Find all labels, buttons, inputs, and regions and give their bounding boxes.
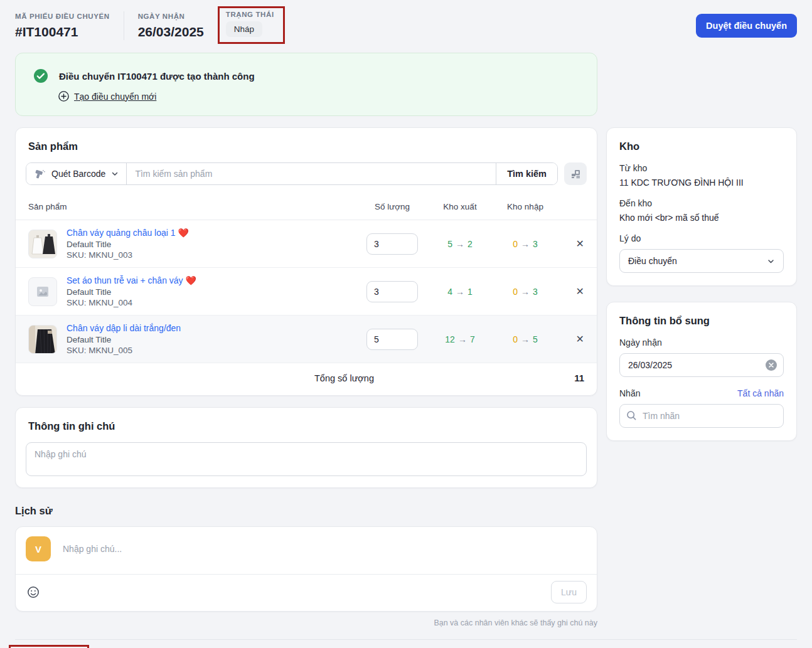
- to-warehouse-value: Kho mới <br> mã số thuế: [619, 213, 784, 223]
- status-badge: Nháp: [226, 21, 262, 37]
- search-button[interactable]: Tìm kiếm: [496, 163, 557, 184]
- barcode-scanner-icon: [34, 168, 46, 180]
- quantity-input[interactable]: [366, 329, 418, 350]
- remove-cell: ✕: [558, 236, 584, 251]
- product-row: Set áo thun trễ vai + chân váy ❤️ Defaul…: [16, 268, 597, 316]
- product-name-link[interactable]: Chân váy dập li dài trắng/đen: [67, 323, 181, 333]
- out-stock-cell: 5→2: [427, 239, 493, 249]
- product-info: Set áo thun trễ vai + chân váy ❤️ Defaul…: [67, 275, 196, 307]
- product-variant: Default Title: [67, 335, 181, 344]
- status-label: TRẠNG THÁI: [226, 11, 274, 18]
- arrow-right-icon: →: [452, 239, 467, 249]
- product-name-link[interactable]: Set áo thun trễ vai + chân váy ❤️: [67, 275, 196, 285]
- approve-transfer-button[interactable]: Duyệt điều chuyển: [696, 14, 797, 38]
- divider: [124, 11, 124, 40]
- tags-label-row: Nhãn Tất cả nhãn: [619, 388, 784, 398]
- receive-date-value: 26/03/2025: [138, 24, 204, 40]
- tags-search-input[interactable]: [619, 404, 784, 428]
- product-search-input[interactable]: [127, 163, 496, 184]
- history-note-input[interactable]: [61, 543, 587, 555]
- warehouse-card: Kho Từ kho 11 KDC TRƯƠNG ĐÌNH HỘI III Đế…: [606, 127, 797, 286]
- success-banner: Điều chuyển IT100471 được tạo thành công…: [15, 53, 597, 116]
- arrow-right-icon: →: [452, 287, 467, 297]
- products-table-header: Sản phẩm Số lượng Kho xuất Kho nhập: [16, 194, 597, 220]
- arrow-right-icon: →: [455, 334, 470, 344]
- save-note-button[interactable]: Lưu: [551, 581, 587, 603]
- warehouse-title: Kho: [619, 141, 784, 152]
- page-header: MÃ PHIẾU ĐIỀU CHUYỂN #IT100471 NGÀY NHẬN…: [0, 0, 812, 48]
- quantity-cell: [357, 329, 427, 350]
- in-to-value: 3: [533, 287, 538, 297]
- product-variant: Default Title: [67, 287, 196, 297]
- column-product: Sản phẩm: [28, 202, 357, 211]
- heart-icon: ❤️: [178, 228, 188, 238]
- product-info: Chân váy dập li dài trắng/đen Default Ti…: [67, 323, 181, 355]
- in-from-value: 0: [513, 287, 518, 297]
- banner-link-row: Tạo điều chuyển mới: [58, 91, 579, 102]
- receive-date: NGÀY NHẬN 26/03/2025: [138, 9, 218, 44]
- product-search-row: Quét Barcode Tìm kiếm: [16, 152, 597, 191]
- product-catalog-icon-button[interactable]: [564, 162, 587, 185]
- quantity-input[interactable]: [366, 281, 418, 302]
- product-info: Chân váy quảng châu loại 1 ❤️ Default Ti…: [67, 228, 189, 260]
- chevron-down-icon: [767, 257, 775, 265]
- notes-title: Thông tin ghi chú: [16, 408, 597, 432]
- banner-title: Điều chuyển IT100471 được tạo thành công: [59, 71, 255, 82]
- heart-icon: ❤️: [186, 275, 196, 285]
- product-thumbnail: [28, 230, 57, 258]
- receive-date-field: [619, 353, 784, 377]
- product-name-link[interactable]: Chân váy quảng châu loại 1 ❤️: [67, 228, 189, 238]
- product-cell: Chân váy quảng châu loại 1 ❤️ Default Ti…: [28, 228, 357, 260]
- arrow-right-icon: →: [518, 334, 533, 344]
- all-tags-link[interactable]: Tất cả nhãn: [737, 388, 784, 398]
- header-meta: MÃ PHIẾU ĐIỀU CHUYỂN #IT100471 NGÀY NHẬN…: [15, 9, 285, 44]
- chevron-down-icon: [111, 170, 119, 178]
- clear-date-button[interactable]: [765, 359, 777, 371]
- product-name-text: Chân váy dập li dài trắng/đen: [67, 323, 181, 333]
- quantity-cell: [357, 233, 427, 255]
- out-from-value: 5: [447, 239, 452, 249]
- remove-cell: ✕: [558, 332, 584, 346]
- to-warehouse-label: Đến kho: [619, 198, 784, 208]
- in-from-value: 0: [513, 334, 518, 344]
- reason-label: Lý do: [619, 233, 784, 243]
- product-sku: SKU: MKNU_003: [67, 250, 189, 260]
- notes-card: Thông tin ghi chú: [15, 407, 597, 488]
- product-cell: Set áo thun trễ vai + chân váy ❤️ Defaul…: [28, 275, 357, 307]
- arrow-right-icon: →: [518, 287, 533, 297]
- transfer-detail-page: MÃ PHIẾU ĐIỀU CHUYỂN #IT100471 NGÀY NHẬN…: [0, 0, 812, 648]
- product-row: Chân váy dập li dài trắng/đen Default Ti…: [16, 316, 597, 363]
- products-title: Sản phẩm: [16, 128, 597, 152]
- emoji-icon-button[interactable]: [26, 585, 41, 600]
- user-avatar: V: [26, 536, 51, 561]
- in-from-value: 0: [513, 239, 518, 249]
- history-title: Lịch sử: [15, 505, 597, 517]
- notes-textarea[interactable]: [26, 442, 587, 476]
- quantity-input[interactable]: [366, 233, 418, 255]
- products-card: Sản phẩm Quét Barcode: [15, 127, 597, 396]
- quantity-cell: [357, 281, 427, 302]
- remove-cell: ✕: [558, 284, 584, 299]
- transfer-code-label: MÃ PHIẾU ĐIỀU CHUYỂN: [15, 13, 110, 20]
- create-new-transfer-link[interactable]: Tạo điều chuyển mới: [74, 92, 156, 102]
- extra-info-title: Thông tin bổ sung: [619, 315, 784, 327]
- product-name-text: Set áo thun trễ vai + chân váy: [67, 275, 183, 285]
- out-from-value: 4: [447, 287, 452, 297]
- main-column: Sản phẩm Quét Barcode: [15, 127, 597, 627]
- from-warehouse-label: Từ kho: [619, 163, 784, 173]
- receive-date-input[interactable]: [619, 353, 784, 377]
- remove-row-button[interactable]: ✕: [571, 284, 584, 299]
- from-warehouse-value: 11 KDC TRƯƠNG ĐÌNH HỘI III: [619, 178, 784, 188]
- in-to-value: 3: [533, 239, 538, 249]
- footer: Hủy phiếu: [0, 640, 812, 648]
- barcode-mode-dropdown[interactable]: Quét Barcode: [26, 163, 127, 184]
- remove-row-button[interactable]: ✕: [571, 236, 584, 251]
- in-stock-cell: 0→3: [493, 239, 558, 249]
- reason-selected-value: Điều chuyển: [628, 256, 677, 266]
- reason-select[interactable]: Điều chuyển: [619, 249, 784, 273]
- total-quantity-label: Tổng số lượng: [314, 373, 374, 383]
- remove-row-button[interactable]: ✕: [571, 332, 584, 346]
- product-name-text: Chân váy quảng châu loại 1: [67, 228, 176, 238]
- in-stock-cell: 0→5: [493, 334, 558, 344]
- total-quantity-value: 11: [574, 373, 584, 383]
